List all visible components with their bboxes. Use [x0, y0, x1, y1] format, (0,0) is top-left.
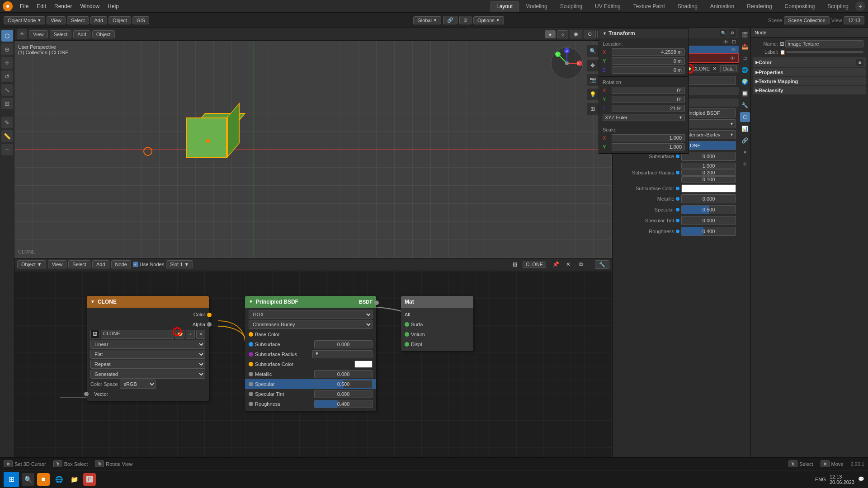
- tool-rotate[interactable]: ↺: [1, 70, 13, 82]
- rotation-y-value[interactable]: -0°: [612, 96, 685, 103]
- taskbar-notification[interactable]: 💬: [858, 476, 864, 482]
- principled-bsdf-node[interactable]: ▼ Principled BSDF BSDF GGX: [245, 296, 376, 411]
- specular-socket[interactable]: [249, 382, 253, 386]
- add-workspace-button[interactable]: +: [855, 1, 865, 11]
- surface-shader-value[interactable]: Principled BSDF: [681, 108, 736, 117]
- collection-render-vis[interactable]: ⊡: [732, 39, 736, 45]
- tab-sculpting[interactable]: Sculpting: [554, 1, 588, 12]
- color-options-btn[interactable]: ≡: [856, 59, 863, 66]
- tab-rendering[interactable]: Rendering: [741, 1, 778, 12]
- menu-help[interactable]: Help: [104, 2, 123, 10]
- subsurface-color-swatch-prop[interactable]: [681, 184, 736, 192]
- blender-taskbar-icon[interactable]: [37, 473, 50, 486]
- vp-object-btn[interactable]: Object: [92, 30, 115, 38]
- roughness-socket[interactable]: [249, 402, 253, 406]
- scene-props-icon[interactable]: 🌐: [740, 65, 750, 75]
- vector-in-socket[interactable]: [84, 392, 89, 396]
- image-select-row[interactable]: 🖼 CLONE 📂 + ✕: [87, 329, 209, 339]
- roughness-value[interactable]: 0.400: [314, 400, 373, 408]
- viewport-3d[interactable]: User Perspective (1) Collection | CLONE …: [14, 41, 612, 258]
- view-menu[interactable]: View: [47, 16, 66, 24]
- color-out-socket[interactable]: [207, 313, 212, 317]
- node-tools-btn[interactable]: 🔧: [595, 260, 609, 269]
- node-node-btn[interactable]: Node: [111, 260, 131, 268]
- world-props-icon[interactable]: 🌍: [740, 77, 750, 87]
- tab-uv-editing[interactable]: UV Editing: [589, 1, 627, 12]
- transform-header[interactable]: ▼ Transform: [599, 28, 689, 38]
- displacement-in-socket[interactable]: [405, 342, 409, 347]
- select-menu[interactable]: Select: [67, 16, 89, 24]
- tool-add[interactable]: +: [1, 144, 13, 155]
- scene-selector[interactable]: Scene Collection: [784, 16, 830, 24]
- tool-scale[interactable]: ⤡: [1, 84, 13, 96]
- source-select[interactable]: Generated: [90, 370, 205, 379]
- zoom-in-btn[interactable]: 🔍: [587, 45, 599, 57]
- data-tab-label[interactable]: Data: [720, 65, 737, 72]
- projection-select[interactable]: Flat: [90, 350, 205, 359]
- tool-transform[interactable]: ⊞: [1, 98, 13, 109]
- image-delete-btn[interactable]: ✕: [196, 330, 205, 339]
- pan-btn[interactable]: ✥: [587, 60, 599, 71]
- node-mode-btn[interactable]: Object▼: [17, 260, 46, 268]
- clone-visibility[interactable]: 👁: [731, 47, 736, 52]
- roughness-prop-value[interactable]: 0.400: [681, 227, 736, 236]
- viewport-shading-material[interactable]: ○: [557, 30, 568, 38]
- object-props-icon[interactable]: 🔲: [740, 89, 750, 99]
- menu-render[interactable]: Render: [51, 2, 75, 10]
- rotation-z-value[interactable]: 21.9°: [612, 105, 685, 112]
- proportional-edit[interactable]: ⊙: [459, 16, 472, 24]
- light-btn[interactable]: 💡: [587, 89, 599, 100]
- node-close-btn[interactable]: ✕: [562, 258, 574, 270]
- camera-btn[interactable]: 📷: [587, 74, 599, 86]
- subsurface-radius-socket[interactable]: [249, 352, 253, 357]
- subsurface-color-socket[interactable]: [249, 362, 253, 366]
- base-color-prop-value[interactable]: CLONE: [681, 141, 736, 150]
- location-z-value[interactable]: 0 m: [612, 66, 685, 74]
- tool-cursor[interactable]: ⊕: [1, 43, 13, 55]
- gis-menu[interactable]: GIS: [132, 16, 149, 24]
- tab-shading[interactable]: Shading: [672, 1, 703, 12]
- search-taskbar-btn[interactable]: 🔍: [22, 473, 34, 486]
- physics-props-icon[interactable]: ⚛: [740, 159, 750, 169]
- node-select-btn[interactable]: Select: [68, 260, 90, 268]
- grid-btn[interactable]: ⊞: [587, 103, 599, 115]
- vp-view-btn[interactable]: View: [29, 30, 48, 38]
- material-output-node[interactable]: Mat All Surfa Volum: [401, 296, 473, 351]
- global-dropdown[interactable]: Global▼: [413, 16, 441, 24]
- tab-modeling[interactable]: Modeling: [519, 1, 553, 12]
- scale-x-value[interactable]: 1.000: [612, 134, 685, 141]
- viewport-shading-solid[interactable]: ●: [545, 30, 556, 38]
- tab-scripting[interactable]: Scripting: [821, 1, 854, 12]
- alpha-out-socket[interactable]: [207, 322, 212, 327]
- mode-select[interactable]: Object Mode ▼: [4, 16, 45, 24]
- windows-start-btn[interactable]: ⊞: [4, 472, 19, 487]
- bsdf-distribution-select[interactable]: GGX: [249, 310, 373, 319]
- cube-object[interactable]: [186, 113, 236, 163]
- particle-props-icon[interactable]: ✦: [740, 147, 750, 157]
- node-color-section[interactable]: ▶ Color ≡: [753, 57, 866, 67]
- colorspace-select[interactable]: sRGB: [120, 380, 156, 389]
- location-y-value[interactable]: 0 m: [612, 57, 685, 65]
- tab-texture-paint[interactable]: Texture Paint: [627, 1, 671, 12]
- bsdf-subsurface-method-row[interactable]: Christensen-Burley: [245, 319, 376, 329]
- collection-visibility[interactable]: 👁: [723, 39, 728, 45]
- bsdf-out-socket[interactable]: [374, 300, 379, 305]
- location-x-value[interactable]: 4.2598 m: [612, 48, 685, 56]
- subsurface-color-swatch[interactable]: [354, 361, 373, 368]
- bsdf-dist-row[interactable]: GGX: [245, 310, 376, 319]
- source-row[interactable]: Generated: [87, 369, 209, 379]
- view-layer-selector[interactable]: 12:13: [844, 16, 864, 24]
- tab-layout[interactable]: Layout: [491, 1, 519, 12]
- tool-measure[interactable]: 📏: [1, 130, 13, 142]
- snap-toggle[interactable]: 🔗: [443, 16, 458, 24]
- bsdf-subsurface-method-select[interactable]: Christensen-Burley: [249, 320, 373, 329]
- options-dropdown[interactable]: Options▼: [473, 16, 504, 24]
- subsurface-prop-value[interactable]: 0.000: [681, 152, 736, 161]
- surface-in-socket[interactable]: [405, 322, 409, 327]
- data-props-icon[interactable]: 📊: [740, 124, 750, 134]
- object-menu[interactable]: Object: [108, 16, 131, 24]
- metallic-socket[interactable]: [249, 372, 253, 376]
- viewport-overlay[interactable]: ⊙: [584, 30, 596, 38]
- tool-select[interactable]: ⬡: [1, 30, 13, 42]
- vp-mode-btn[interactable]: 👁: [17, 29, 27, 39]
